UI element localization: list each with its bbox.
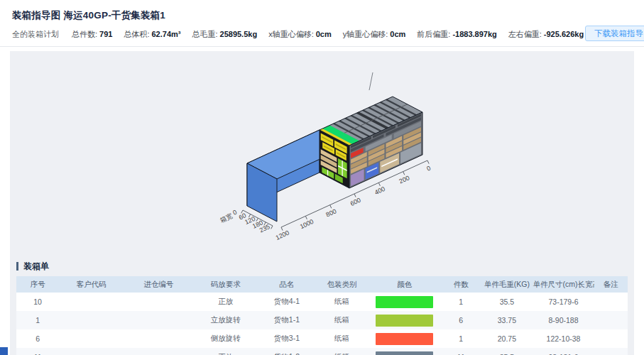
z-axis-spike bbox=[369, 72, 373, 90]
table-row[interactable]: 10 正放 货物4-1 纸箱 1 35.5 73-179-6 bbox=[16, 293, 628, 311]
col-product: 品名 bbox=[258, 280, 316, 290]
packing-list-table: 序号 客户代码 进仓编号 码放要求 品名 包装类别 颜色 件数 单件毛重(KG)… bbox=[16, 276, 628, 355]
svg-text:0: 0 bbox=[425, 165, 432, 173]
packing-list-section: 装箱单 序号 客户代码 进仓编号 码放要求 品名 包装类别 颜色 件数 单件毛重… bbox=[16, 261, 628, 355]
table-row[interactable]: 11 正放 货物1-2 纸箱 11 35.5 93-131-6 bbox=[16, 348, 628, 355]
col-customer: 客户代码 bbox=[59, 280, 123, 290]
packing-list-title-row: 装箱单 bbox=[16, 261, 628, 271]
table-header-row: 序号 客户代码 进仓编号 码放要求 品名 包装类别 颜色 件数 单件毛重(KG)… bbox=[16, 276, 628, 293]
col-unit-size: 单件尺寸(cm)长宽高 bbox=[533, 280, 594, 290]
packing-list-title: 装箱单 bbox=[23, 261, 49, 273]
col-unit-weight: 单件毛重(KG) bbox=[481, 280, 533, 290]
color-swatch bbox=[376, 333, 433, 345]
bottom-left-widget[interactable] bbox=[0, 347, 8, 355]
svg-text:200: 200 bbox=[398, 174, 411, 185]
color-swatch bbox=[376, 351, 433, 355]
container-3d-viewer[interactable]: 1200 1000 800 600 400 200 0 0 60 120 180… bbox=[0, 0, 644, 261]
svg-text:1000: 1000 bbox=[299, 218, 315, 231]
width-axis-title: 箱宽 bbox=[219, 212, 234, 224]
svg-text:0: 0 bbox=[231, 209, 238, 217]
col-package: 包装类别 bbox=[316, 280, 368, 290]
title-accent-bar bbox=[16, 262, 18, 271]
svg-text:800: 800 bbox=[325, 207, 338, 218]
col-qty: 件数 bbox=[441, 280, 481, 290]
col-warehouse: 进仓编号 bbox=[124, 280, 194, 290]
col-remark: 备注 bbox=[594, 280, 628, 290]
svg-text:400: 400 bbox=[373, 185, 386, 196]
color-swatch bbox=[376, 315, 433, 327]
table-body: 10 正放 货物4-1 纸箱 1 35.5 73-179-6 1 立放旋转 货物… bbox=[16, 293, 628, 355]
table-row[interactable]: 1 立放旋转 货物1-1 纸箱 6 33.75 8-90-188 bbox=[16, 311, 628, 329]
svg-text:1200: 1200 bbox=[275, 229, 290, 242]
col-stacking: 码放要求 bbox=[194, 280, 258, 290]
table-row[interactable]: 6 侧放旋转 货物3-1 纸箱 1 20.75 122-10-38 bbox=[16, 329, 628, 348]
color-swatch bbox=[376, 296, 433, 308]
svg-text:600: 600 bbox=[349, 197, 362, 207]
col-color: 颜色 bbox=[368, 280, 441, 290]
col-seq: 序号 bbox=[16, 280, 59, 290]
